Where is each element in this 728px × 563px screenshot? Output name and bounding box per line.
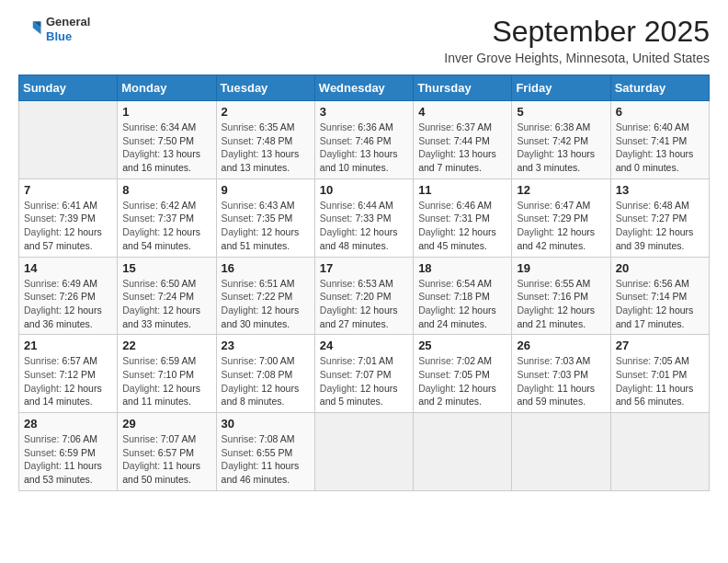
calendar-cell: 7Sunrise: 6:41 AMSunset: 7:39 PMDaylight… <box>19 178 118 257</box>
calendar-cell <box>314 413 413 491</box>
day-info: Sunrise: 7:03 AMSunset: 7:03 PMDaylight:… <box>517 354 605 408</box>
calendar-cell: 1Sunrise: 6:34 AMSunset: 7:50 PMDaylight… <box>118 101 216 179</box>
calendar-cell: 29Sunrise: 7:07 AMSunset: 6:57 PMDayligh… <box>118 413 216 491</box>
calendar-cell: 12Sunrise: 6:47 AMSunset: 7:29 PMDayligh… <box>512 178 610 257</box>
day-info: Sunrise: 6:43 AMSunset: 7:35 PMDaylight:… <box>222 199 310 253</box>
day-header-wednesday: Wednesday <box>314 75 413 101</box>
day-number: 10 <box>320 183 408 197</box>
day-info: Sunrise: 6:36 AMSunset: 7:46 PMDaylight:… <box>320 121 408 175</box>
calendar-header-row: SundayMondayTuesdayWednesdayThursdayFrid… <box>19 75 710 101</box>
day-info: Sunrise: 6:54 AMSunset: 7:18 PMDaylight:… <box>418 277 506 331</box>
calendar-cell: 16Sunrise: 6:51 AMSunset: 7:22 PMDayligh… <box>216 257 314 335</box>
day-info: Sunrise: 6:46 AMSunset: 7:31 PMDaylight:… <box>418 199 506 253</box>
day-number: 6 <box>616 105 704 119</box>
calendar-cell: 9Sunrise: 6:43 AMSunset: 7:35 PMDaylight… <box>216 178 314 257</box>
calendar-cell: 19Sunrise: 6:55 AMSunset: 7:16 PMDayligh… <box>512 257 610 335</box>
day-number: 20 <box>616 261 704 275</box>
day-number: 7 <box>24 183 112 197</box>
title-block: September 2025 Inver Grove Heights, Minn… <box>444 15 710 65</box>
day-number: 19 <box>517 261 605 275</box>
day-number: 8 <box>122 183 210 197</box>
day-number: 24 <box>320 339 408 352</box>
day-info: Sunrise: 7:02 AMSunset: 7:05 PMDaylight:… <box>418 354 506 408</box>
day-info: Sunrise: 6:51 AMSunset: 7:22 PMDaylight:… <box>222 277 310 331</box>
day-info: Sunrise: 7:07 AMSunset: 6:57 PMDaylight:… <box>122 432 210 487</box>
calendar-cell <box>19 101 118 179</box>
calendar-cell: 17Sunrise: 6:53 AMSunset: 7:20 PMDayligh… <box>314 257 413 335</box>
calendar-cell: 30Sunrise: 7:08 AMSunset: 6:55 PMDayligh… <box>216 413 314 491</box>
calendar-cell: 21Sunrise: 6:57 AMSunset: 7:12 PMDayligh… <box>19 335 118 413</box>
day-info: Sunrise: 6:40 AMSunset: 7:41 PMDaylight:… <box>616 121 704 175</box>
calendar-cell: 10Sunrise: 6:44 AMSunset: 7:33 PMDayligh… <box>314 178 413 257</box>
day-info: Sunrise: 6:35 AMSunset: 7:48 PMDaylight:… <box>222 121 310 175</box>
calendar-week-1: 1Sunrise: 6:34 AMSunset: 7:50 PMDaylight… <box>19 101 710 179</box>
calendar-week-4: 21Sunrise: 6:57 AMSunset: 7:12 PMDayligh… <box>19 335 710 413</box>
day-number: 12 <box>517 183 605 197</box>
day-info: Sunrise: 6:34 AMSunset: 7:50 PMDaylight:… <box>122 121 210 175</box>
day-info: Sunrise: 6:53 AMSunset: 7:20 PMDaylight:… <box>320 277 408 331</box>
calendar-week-3: 14Sunrise: 6:49 AMSunset: 7:26 PMDayligh… <box>19 257 710 335</box>
day-number: 11 <box>418 183 506 197</box>
day-info: Sunrise: 6:48 AMSunset: 7:27 PMDaylight:… <box>616 199 704 253</box>
day-header-sunday: Sunday <box>19 75 118 101</box>
day-number: 16 <box>222 261 310 275</box>
day-number: 21 <box>24 339 112 352</box>
calendar-cell: 14Sunrise: 6:49 AMSunset: 7:26 PMDayligh… <box>19 257 118 335</box>
day-info: Sunrise: 7:06 AMSunset: 6:59 PMDaylight:… <box>24 432 112 487</box>
day-info: Sunrise: 6:42 AMSunset: 7:37 PMDaylight:… <box>122 199 210 253</box>
calendar-cell: 18Sunrise: 6:54 AMSunset: 7:18 PMDayligh… <box>414 257 512 335</box>
calendar-cell: 3Sunrise: 6:36 AMSunset: 7:46 PMDaylight… <box>314 101 413 179</box>
day-number: 1 <box>122 105 210 119</box>
logo-text: General Blue <box>46 15 90 43</box>
calendar-cell <box>512 413 610 491</box>
calendar-table: SundayMondayTuesdayWednesdayThursdayFrid… <box>18 75 710 491</box>
calendar-cell: 27Sunrise: 7:05 AMSunset: 7:01 PMDayligh… <box>610 335 709 413</box>
calendar-cell: 4Sunrise: 6:37 AMSunset: 7:44 PMDaylight… <box>414 101 512 179</box>
calendar-cell: 11Sunrise: 6:46 AMSunset: 7:31 PMDayligh… <box>414 178 512 257</box>
calendar-cell: 22Sunrise: 6:59 AMSunset: 7:10 PMDayligh… <box>118 335 216 413</box>
day-header-thursday: Thursday <box>414 75 512 101</box>
main-title: September 2025 <box>444 15 710 49</box>
calendar-cell: 5Sunrise: 6:38 AMSunset: 7:42 PMDaylight… <box>512 101 610 179</box>
day-number: 29 <box>122 417 210 431</box>
day-info: Sunrise: 6:50 AMSunset: 7:24 PMDaylight:… <box>122 277 210 331</box>
calendar-cell <box>610 413 709 491</box>
day-header-tuesday: Tuesday <box>216 75 314 101</box>
day-info: Sunrise: 6:56 AMSunset: 7:14 PMDaylight:… <box>616 277 704 331</box>
logo-icon <box>18 17 44 42</box>
calendar-week-2: 7Sunrise: 6:41 AMSunset: 7:39 PMDaylight… <box>19 178 710 257</box>
day-number: 5 <box>517 105 605 119</box>
day-number: 25 <box>418 339 506 352</box>
day-number: 2 <box>222 105 310 119</box>
day-number: 22 <box>122 339 210 352</box>
day-number: 18 <box>418 261 506 275</box>
day-info: Sunrise: 6:49 AMSunset: 7:26 PMDaylight:… <box>24 277 112 331</box>
calendar-cell: 25Sunrise: 7:02 AMSunset: 7:05 PMDayligh… <box>414 335 512 413</box>
day-info: Sunrise: 7:01 AMSunset: 7:07 PMDaylight:… <box>320 354 408 408</box>
calendar-cell: 13Sunrise: 6:48 AMSunset: 7:27 PMDayligh… <box>610 178 709 257</box>
calendar-cell: 23Sunrise: 7:00 AMSunset: 7:08 PMDayligh… <box>216 335 314 413</box>
calendar-cell: 15Sunrise: 6:50 AMSunset: 7:24 PMDayligh… <box>118 257 216 335</box>
calendar-cell: 24Sunrise: 7:01 AMSunset: 7:07 PMDayligh… <box>314 335 413 413</box>
calendar-cell: 28Sunrise: 7:06 AMSunset: 6:59 PMDayligh… <box>19 413 118 491</box>
day-number: 13 <box>616 183 704 197</box>
calendar-week-5: 28Sunrise: 7:06 AMSunset: 6:59 PMDayligh… <box>19 413 710 491</box>
day-number: 14 <box>24 261 112 275</box>
calendar-cell: 8Sunrise: 6:42 AMSunset: 7:37 PMDaylight… <box>118 178 216 257</box>
day-info: Sunrise: 7:00 AMSunset: 7:08 PMDaylight:… <box>222 354 310 408</box>
day-number: 23 <box>222 339 310 352</box>
logo: General Blue <box>18 15 90 43</box>
day-number: 27 <box>616 339 704 352</box>
day-number: 3 <box>320 105 408 119</box>
calendar-cell: 26Sunrise: 7:03 AMSunset: 7:03 PMDayligh… <box>512 335 610 413</box>
day-number: 26 <box>517 339 605 352</box>
calendar-cell: 20Sunrise: 6:56 AMSunset: 7:14 PMDayligh… <box>610 257 709 335</box>
calendar-cell: 2Sunrise: 6:35 AMSunset: 7:48 PMDaylight… <box>216 101 314 179</box>
day-number: 17 <box>320 261 408 275</box>
day-number: 30 <box>222 417 310 431</box>
day-info: Sunrise: 7:05 AMSunset: 7:01 PMDaylight:… <box>616 354 704 408</box>
day-info: Sunrise: 6:55 AMSunset: 7:16 PMDaylight:… <box>517 277 605 331</box>
day-info: Sunrise: 6:37 AMSunset: 7:44 PMDaylight:… <box>418 121 506 175</box>
day-info: Sunrise: 6:41 AMSunset: 7:39 PMDaylight:… <box>24 199 112 253</box>
calendar-cell: 6Sunrise: 6:40 AMSunset: 7:41 PMDaylight… <box>610 101 709 179</box>
